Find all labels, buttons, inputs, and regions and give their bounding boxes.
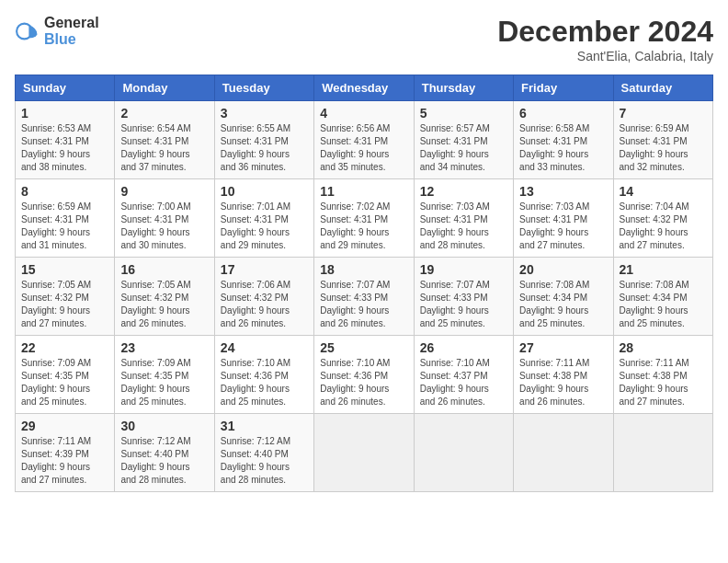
day-number: 8: [21, 184, 108, 199]
day-number: 31: [221, 419, 308, 433]
day-cell: 10Sunrise: 7:01 AM Sunset: 4:31 PM Dayli…: [214, 179, 313, 258]
day-cell: 28Sunrise: 7:11 AM Sunset: 4:38 PM Dayli…: [613, 336, 712, 414]
day-cell: 24Sunrise: 7:10 AM Sunset: 4:36 PM Dayli…: [214, 336, 313, 414]
day-info: Sunrise: 7:08 AM Sunset: 4:34 PM Dayligh…: [620, 279, 707, 330]
day-info: Sunrise: 6:55 AM Sunset: 4:31 PM Dayligh…: [221, 122, 308, 174]
day-info: Sunrise: 7:02 AM Sunset: 4:31 PM Dayligh…: [320, 201, 407, 252]
header-cell-saturday: Saturday: [613, 75, 712, 101]
header-cell-monday: Monday: [115, 75, 214, 101]
day-info: Sunrise: 7:05 AM Sunset: 4:32 PM Dayligh…: [120, 279, 208, 330]
day-info: Sunrise: 7:01 AM Sunset: 4:31 PM Dayligh…: [221, 201, 308, 252]
day-cell: 3Sunrise: 6:55 AM Sunset: 4:31 PM Daylig…: [214, 101, 313, 179]
week-row-5: 29Sunrise: 7:11 AM Sunset: 4:39 PM Dayli…: [16, 414, 713, 492]
day-cell: 18Sunrise: 7:07 AM Sunset: 4:33 PM Dayli…: [314, 258, 414, 336]
month-title: December 2024: [497, 15, 713, 49]
day-cell: 31Sunrise: 7:12 AM Sunset: 4:40 PM Dayli…: [214, 414, 313, 492]
day-number: 29: [21, 419, 108, 433]
day-info: Sunrise: 7:03 AM Sunset: 4:31 PM Dayligh…: [420, 201, 507, 252]
day-cell: 19Sunrise: 7:07 AM Sunset: 4:33 PM Dayli…: [414, 258, 513, 336]
day-number: 4: [320, 106, 407, 121]
day-cell: [414, 414, 513, 492]
day-cell: 5Sunrise: 6:57 AM Sunset: 4:31 PM Daylig…: [414, 101, 513, 179]
day-info: Sunrise: 6:59 AM Sunset: 4:31 PM Dayligh…: [21, 201, 108, 252]
day-number: 13: [519, 184, 607, 199]
day-cell: [514, 414, 613, 492]
day-info: Sunrise: 6:59 AM Sunset: 4:31 PM Dayligh…: [620, 122, 707, 174]
day-info: Sunrise: 7:09 AM Sunset: 4:35 PM Dayligh…: [21, 357, 108, 408]
day-info: Sunrise: 6:58 AM Sunset: 4:31 PM Dayligh…: [519, 122, 607, 174]
day-info: Sunrise: 7:03 AM Sunset: 4:31 PM Dayligh…: [519, 201, 607, 252]
day-cell: 23Sunrise: 7:09 AM Sunset: 4:35 PM Dayli…: [115, 336, 214, 414]
day-number: 22: [21, 340, 108, 355]
location: Sant'Elia, Calabria, Italy: [497, 49, 713, 63]
day-number: 21: [620, 262, 707, 277]
day-number: 7: [620, 106, 707, 121]
day-info: Sunrise: 7:11 AM Sunset: 4:39 PM Dayligh…: [21, 435, 108, 487]
header-cell-wednesday: Wednesday: [314, 75, 414, 101]
day-info: Sunrise: 6:56 AM Sunset: 4:31 PM Dayligh…: [320, 122, 407, 174]
day-number: 14: [620, 184, 707, 199]
day-number: 26: [420, 340, 507, 355]
day-cell: 30Sunrise: 7:12 AM Sunset: 4:40 PM Dayli…: [115, 414, 214, 492]
day-cell: 15Sunrise: 7:05 AM Sunset: 4:32 PM Dayli…: [16, 258, 115, 336]
logo-icon: [15, 18, 40, 44]
day-info: Sunrise: 7:04 AM Sunset: 4:32 PM Dayligh…: [620, 201, 707, 252]
day-number: 28: [620, 340, 707, 355]
day-info: Sunrise: 7:08 AM Sunset: 4:34 PM Dayligh…: [519, 279, 607, 330]
page-header: General Blue December 2024 Sant'Elia, Ca…: [15, 15, 713, 63]
day-number: 17: [221, 262, 308, 277]
day-cell: 6Sunrise: 6:58 AM Sunset: 4:31 PM Daylig…: [514, 101, 613, 179]
day-info: Sunrise: 7:10 AM Sunset: 4:37 PM Dayligh…: [420, 357, 507, 408]
day-info: Sunrise: 6:54 AM Sunset: 4:31 PM Dayligh…: [120, 122, 208, 174]
day-number: 27: [519, 340, 607, 355]
day-cell: 13Sunrise: 7:03 AM Sunset: 4:31 PM Dayli…: [514, 179, 613, 258]
day-cell: 21Sunrise: 7:08 AM Sunset: 4:34 PM Dayli…: [613, 258, 712, 336]
day-info: Sunrise: 7:05 AM Sunset: 4:32 PM Dayligh…: [21, 279, 108, 330]
header-cell-friday: Friday: [514, 75, 613, 101]
day-info: Sunrise: 7:07 AM Sunset: 4:33 PM Dayligh…: [320, 279, 407, 330]
day-number: 10: [221, 184, 308, 199]
day-cell: 11Sunrise: 7:02 AM Sunset: 4:31 PM Dayli…: [314, 179, 414, 258]
title-block: December 2024 Sant'Elia, Calabria, Italy: [497, 15, 713, 63]
week-row-2: 8Sunrise: 6:59 AM Sunset: 4:31 PM Daylig…: [16, 179, 713, 258]
day-number: 3: [221, 106, 308, 121]
day-cell: [613, 414, 712, 492]
day-number: 30: [120, 419, 208, 433]
calendar-table: SundayMondayTuesdayWednesdayThursdayFrid…: [15, 75, 713, 492]
day-cell: 14Sunrise: 7:04 AM Sunset: 4:32 PM Dayli…: [613, 179, 712, 258]
header-cell-tuesday: Tuesday: [214, 75, 313, 101]
day-info: Sunrise: 7:11 AM Sunset: 4:38 PM Dayligh…: [620, 357, 707, 408]
day-number: 12: [420, 184, 507, 199]
day-info: Sunrise: 7:06 AM Sunset: 4:32 PM Dayligh…: [221, 279, 308, 330]
day-cell: 12Sunrise: 7:03 AM Sunset: 4:31 PM Dayli…: [414, 179, 513, 258]
day-info: Sunrise: 7:10 AM Sunset: 4:36 PM Dayligh…: [221, 357, 308, 408]
day-number: 15: [21, 262, 108, 277]
day-info: Sunrise: 7:10 AM Sunset: 4:36 PM Dayligh…: [320, 357, 407, 408]
day-cell: 26Sunrise: 7:10 AM Sunset: 4:37 PM Dayli…: [414, 336, 513, 414]
day-info: Sunrise: 7:09 AM Sunset: 4:35 PM Dayligh…: [120, 357, 208, 408]
day-cell: 4Sunrise: 6:56 AM Sunset: 4:31 PM Daylig…: [314, 101, 414, 179]
day-number: 23: [120, 340, 208, 355]
day-cell: 22Sunrise: 7:09 AM Sunset: 4:35 PM Dayli…: [16, 336, 115, 414]
day-number: 6: [519, 106, 607, 121]
day-number: 16: [120, 262, 208, 277]
day-number: 19: [420, 262, 507, 277]
day-info: Sunrise: 6:53 AM Sunset: 4:31 PM Dayligh…: [21, 122, 108, 174]
day-number: 25: [320, 340, 407, 355]
header-row: SundayMondayTuesdayWednesdayThursdayFrid…: [16, 75, 713, 101]
header-cell-sunday: Sunday: [16, 75, 115, 101]
day-cell: 2Sunrise: 6:54 AM Sunset: 4:31 PM Daylig…: [115, 101, 214, 179]
week-row-3: 15Sunrise: 7:05 AM Sunset: 4:32 PM Dayli…: [16, 258, 713, 336]
day-info: Sunrise: 7:11 AM Sunset: 4:38 PM Dayligh…: [519, 357, 607, 408]
day-cell: 29Sunrise: 7:11 AM Sunset: 4:39 PM Dayli…: [16, 414, 115, 492]
day-cell: 25Sunrise: 7:10 AM Sunset: 4:36 PM Dayli…: [314, 336, 414, 414]
day-cell: 7Sunrise: 6:59 AM Sunset: 4:31 PM Daylig…: [613, 101, 712, 179]
day-cell: 8Sunrise: 6:59 AM Sunset: 4:31 PM Daylig…: [16, 179, 115, 258]
day-number: 2: [120, 106, 208, 121]
day-cell: 1Sunrise: 6:53 AM Sunset: 4:31 PM Daylig…: [16, 101, 115, 179]
day-number: 24: [221, 340, 308, 355]
day-number: 20: [519, 262, 607, 277]
day-info: Sunrise: 7:12 AM Sunset: 4:40 PM Dayligh…: [221, 435, 308, 487]
day-cell: 17Sunrise: 7:06 AM Sunset: 4:32 PM Dayli…: [214, 258, 313, 336]
day-number: 9: [120, 184, 208, 199]
